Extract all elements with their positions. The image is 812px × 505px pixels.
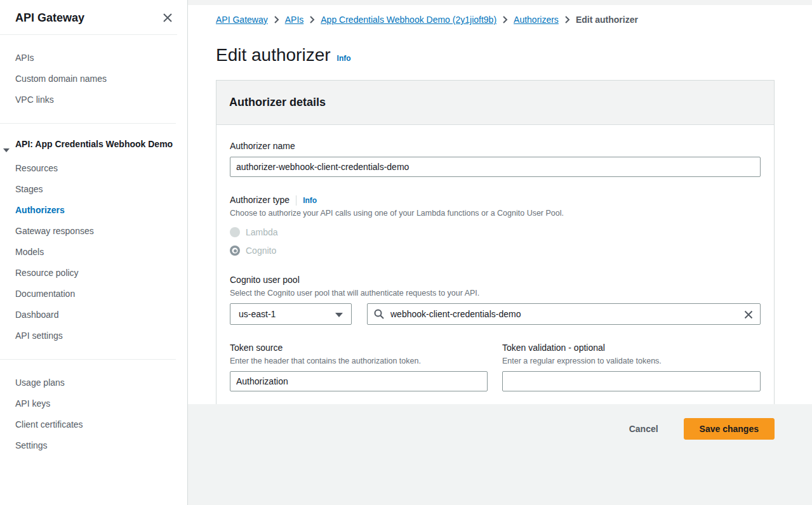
sidebar-item-models[interactable]: Models: [0, 242, 187, 263]
sidebar-item-api-settings[interactable]: API settings: [0, 325, 187, 346]
cognito-radio-label: Cognito: [246, 246, 276, 256]
sidebar-divider: [0, 123, 176, 124]
card-header: Authorizer details: [216, 81, 774, 125]
caret-down-icon: [335, 309, 343, 319]
close-icon: [162, 16, 173, 25]
lambda-radio-label: Lambda: [246, 227, 278, 237]
chevron-right-icon: [309, 15, 315, 24]
label-divider: [296, 195, 296, 206]
sidebar-item-custom-domain-names[interactable]: Custom domain names: [0, 69, 187, 89]
sidebar-title: API Gateway: [15, 11, 84, 25]
sidebar-item-documentation[interactable]: Documentation: [0, 284, 187, 305]
user-pool-search-input[interactable]: [367, 303, 761, 325]
region-select[interactable]: us-east-1: [230, 303, 352, 325]
breadcrumb-apis[interactable]: APIs: [285, 15, 304, 25]
card-body: Authorizer name Authorizer type Info Cho…: [216, 125, 774, 405]
page-title-row: Edit authorizer Info: [216, 44, 812, 67]
chevron-right-icon: [274, 15, 279, 24]
main-content: API Gateway APIs App Credentials Webhook…: [188, 0, 812, 505]
footer-zone: Cancel Save changes: [188, 404, 812, 505]
sidebar: API Gateway APIs Custom domain names VPC…: [0, 0, 188, 505]
breadcrumb-api[interactable]: App Credentials Webhook Demo (2y1jioft9b…: [321, 15, 496, 25]
page-info-link[interactable]: Info: [337, 54, 351, 63]
sidebar-item-api-keys[interactable]: API keys: [0, 393, 187, 414]
sidebar-item-gateway-responses[interactable]: Gateway responses: [0, 221, 187, 242]
sidebar-divider: [0, 359, 176, 360]
breadcrumb-authorizers[interactable]: Authorizers: [514, 15, 559, 25]
page-title: Edit authorizer: [216, 44, 331, 67]
sidebar-item-dashboard[interactable]: Dashboard: [0, 305, 187, 325]
token-fields-row: Token source Enter the header that conta…: [230, 343, 761, 391]
sidebar-api-section-toggle[interactable]: API: App Credentials Webhook Demo: [0, 136, 187, 152]
cognito-user-pool-description: Select the Cognito user pool that will a…: [230, 288, 761, 298]
user-pool-search: [367, 303, 761, 325]
token-source-label: Token source: [230, 343, 488, 353]
token-validation-label: Token validation - optional: [502, 343, 761, 353]
clear-search-button[interactable]: [742, 308, 755, 321]
sidebar-item-authorizers[interactable]: Authorizers: [0, 200, 187, 221]
sidebar-item-vpc-links[interactable]: VPC links: [0, 89, 187, 110]
sidebar-item-stages[interactable]: Stages: [0, 179, 187, 200]
sidebar-api-section-label: API: App Credentials Webhook Demo: [15, 139, 173, 149]
authorizer-type-label: Authorizer type: [230, 195, 290, 206]
region-select-value: us-east-1: [239, 309, 276, 319]
token-validation-description: Enter a regular expression to validate t…: [502, 356, 761, 366]
cognito-radio-selected-disabled: [230, 246, 240, 256]
authorizer-name-label: Authorizer name: [230, 141, 761, 152]
authorizer-details-card: Authorizer details Authorizer name Autho…: [216, 80, 775, 406]
sidebar-item-client-certificates[interactable]: Client certificates: [0, 414, 187, 435]
authorizer-type-info-link[interactable]: Info: [303, 196, 317, 205]
token-validation-field: Token validation - optional Enter a regu…: [502, 343, 761, 391]
search-icon: [374, 309, 384, 319]
authorizer-type-radio-group: Lambda Cognito: [230, 225, 761, 258]
cancel-button[interactable]: Cancel: [625, 423, 662, 435]
authorizer-name-input[interactable]: [230, 157, 761, 177]
cognito-user-pool-field: Cognito user pool Select the Cognito use…: [230, 275, 761, 325]
sidebar-item-usage-plans[interactable]: Usage plans: [0, 372, 187, 393]
form-actions: Cancel Save changes: [188, 404, 775, 440]
save-changes-button[interactable]: Save changes: [684, 418, 775, 440]
breadcrumb-api-gateway[interactable]: API Gateway: [216, 15, 268, 25]
sidebar-header: API Gateway: [0, 0, 187, 34]
sidebar-item-resource-policy[interactable]: Resource policy: [0, 263, 187, 284]
breadcrumb-current: Edit authorizer: [576, 15, 638, 25]
authorizer-type-description: Choose to authorize your API calls using…: [230, 208, 761, 218]
authorizer-name-field: Authorizer name: [230, 141, 761, 177]
chevron-right-icon: [502, 15, 508, 24]
sidebar-item-resources[interactable]: Resources: [0, 158, 187, 179]
top-strip: [188, 0, 812, 5]
breadcrumb: API Gateway APIs App Credentials Webhook…: [188, 5, 812, 25]
chevron-right-icon: [564, 15, 570, 24]
authorizer-type-field: Authorizer type Info Choose to authorize…: [230, 195, 761, 258]
token-source-description: Enter the header that contains the autho…: [230, 356, 488, 366]
close-icon: [743, 312, 754, 322]
lambda-radio-disabled: [230, 227, 240, 237]
sidebar-nav: APIs Custom domain names VPC links API: …: [0, 35, 187, 456]
sidebar-close-button[interactable]: [161, 11, 175, 25]
token-source-field: Token source Enter the header that conta…: [230, 343, 488, 391]
caret-down-icon: [3, 141, 10, 157]
token-source-input[interactable]: [230, 371, 488, 391]
lambda-radio-option: Lambda: [230, 225, 761, 240]
token-validation-input[interactable]: [502, 371, 761, 391]
sidebar-item-settings[interactable]: Settings: [0, 435, 187, 456]
cognito-radio-option: Cognito: [230, 243, 761, 258]
sidebar-item-apis[interactable]: APIs: [0, 48, 187, 69]
cognito-user-pool-label: Cognito user pool: [230, 275, 761, 285]
